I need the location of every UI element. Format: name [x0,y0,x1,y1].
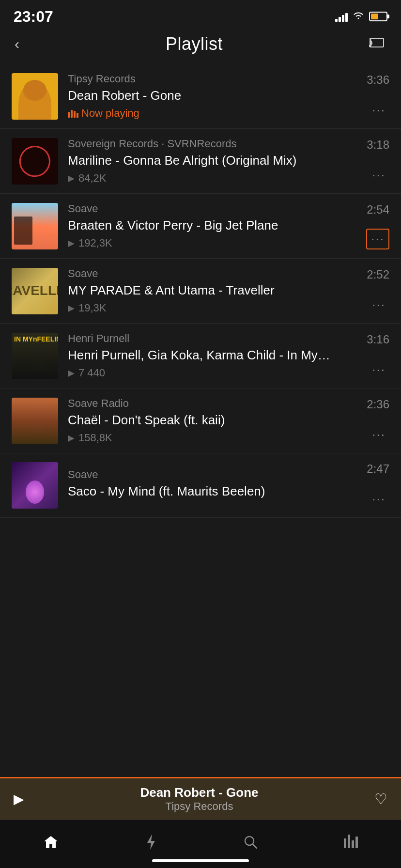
track-meta: Now playing [68,107,361,120]
list-item[interactable]: Tipsy Records Dean Robert - Gone Now pla… [0,64,401,129]
track-meta: ▶ 84,2K [68,172,361,185]
track-meta: ▶ 192,3K [68,237,360,249]
svg-rect-4 [74,111,76,118]
more-options-button[interactable]: ··· [368,425,389,444]
svg-rect-5 [77,113,78,118]
now-playing-bar[interactable]: ▶ Dean Robert - Gone Tipsy Records ♡ [0,777,401,820]
list-item[interactable]: Sovereign Records · SVRNRecords Mariline… [0,129,401,194]
track-label: Sovereign Records · SVRNRecords [68,138,361,150]
svg-rect-3 [71,110,73,118]
now-playing-info: Dean Robert - Gone Tipsy Records [32,785,367,813]
status-bar: 23:07 [0,0,401,29]
now-playing-indicator: Now playing [68,107,139,120]
page-title: Playlist [166,34,223,54]
svg-line-8 [253,844,257,848]
svg-rect-2 [68,112,70,118]
track-label: Tipsy Records [68,73,361,85]
now-playing-label: Tipsy Records [32,800,367,813]
status-time: 23:07 [14,8,53,26]
list-item[interactable]: TRAVELLER Soave MY PARADE & Ant Utama - … [0,259,401,324]
track-label: Henri Purnell [68,332,361,345]
header: ‹ Playlist [0,29,401,64]
play-count: 7 440 [78,367,105,379]
more-options-button[interactable]: ··· [368,360,389,379]
track-duration: 3:16 [367,333,389,346]
list-item[interactable]: Soave Braaten & Victor Perry - Big Jet P… [0,194,401,259]
track-duration: 3:36 [367,73,389,87]
play-icon: ▶ [68,433,75,443]
library-icon [344,836,358,848]
track-info: Soave MY PARADE & Ant Utama - Traveller … [68,267,361,314]
more-options-button[interactable]: ··· [366,229,389,249]
track-info: Soave Braaten & Victor Perry - Big Jet P… [68,202,360,249]
track-meta: ▶ 7 440 [68,367,361,379]
nav-library[interactable] [329,831,372,853]
more-options-button[interactable]: ··· [368,490,389,509]
nav-search[interactable] [229,830,272,854]
back-button[interactable]: ‹ [15,36,19,52]
track-art [12,73,58,120]
now-playing-text: Now playing [81,107,139,120]
track-title: MY PARADE & Ant Utama - Traveller [68,283,361,298]
play-button[interactable]: ▶ [14,791,24,807]
svg-marker-6 [147,834,155,850]
track-meta: ▶ 19,3K [68,302,361,314]
play-icon: ▶ [68,303,75,313]
track-art [12,203,58,249]
now-playing-title: Dean Robert - Gone [32,785,367,800]
play-icon: ▶ [68,238,75,248]
cast-button[interactable] [369,36,386,52]
track-title: Saco - My Mind (ft. Maurits Beelen) [68,484,361,499]
track-meta: ▶ 158,8K [68,432,361,444]
track-art [12,138,58,185]
more-options-button[interactable]: ··· [368,295,389,314]
list-item[interactable]: Soave Radio Chaël - Don't Speak (ft. kai… [0,388,401,453]
status-icons [335,10,387,23]
track-art [12,462,58,509]
track-art [12,333,58,379]
track-art [12,398,58,444]
wifi-icon [353,10,364,23]
track-right: 2:47 ··· [367,462,389,509]
track-title: Mariline - Gonna Be Alright (Original Mi… [68,153,361,168]
track-duration: 2:47 [367,462,389,476]
playlist: Tipsy Records Dean Robert - Gone Now pla… [0,64,401,518]
play-count: 19,3K [78,302,107,314]
track-info: Tipsy Records Dean Robert - Gone Now pla… [68,73,361,120]
more-options-button[interactable]: ··· [368,101,389,120]
track-title: Dean Robert - Gone [68,88,361,103]
play-count: 192,3K [78,237,112,249]
track-info: Soave Radio Chaël - Don't Speak (ft. kai… [68,397,361,444]
nav-home[interactable] [29,830,73,854]
track-right: 3:36 ··· [367,73,389,120]
track-title: Chaël - Don't Speak (ft. kaii) [68,413,361,428]
track-right: 2:36 ··· [367,398,389,444]
track-right: 3:18 ··· [367,138,389,185]
list-item[interactable]: Henri Purnell Henri Purnell, Gia Koka, K… [0,324,401,388]
nav-bolt[interactable] [130,829,172,854]
track-info: Soave Saco - My Mind (ft. Maurits Beelen… [68,468,361,503]
track-right: 2:54 ··· [366,203,389,249]
home-pill [152,859,249,862]
track-label: Soave Radio [68,397,361,410]
track-label: Soave [68,202,360,215]
battery-icon [369,12,387,21]
track-label: Soave [68,468,361,481]
track-right: 3:16 ··· [367,333,389,379]
more-options-button[interactable]: ··· [368,166,389,185]
favorite-button[interactable]: ♡ [374,790,387,807]
play-count: 158,8K [78,432,112,444]
track-title: Braaten & Victor Perry - Big Jet Plane [68,218,360,233]
signal-icon [335,11,348,22]
track-info: Sovereign Records · SVRNRecords Mariline… [68,138,361,185]
track-title: Henri Purnell, Gia Koka, Karma Child - I… [68,348,361,363]
list-item[interactable]: Soave Saco - My Mind (ft. Maurits Beelen… [0,453,401,518]
track-duration: 2:54 [367,203,389,217]
play-icon: ▶ [68,368,75,378]
play-count: 84,2K [78,172,107,185]
track-label: Soave [68,267,361,280]
track-duration: 2:52 [367,268,389,281]
track-right: 2:52 ··· [367,268,389,314]
track-info: Henri Purnell Henri Purnell, Gia Koka, K… [68,332,361,379]
track-art: TRAVELLER [12,268,58,314]
